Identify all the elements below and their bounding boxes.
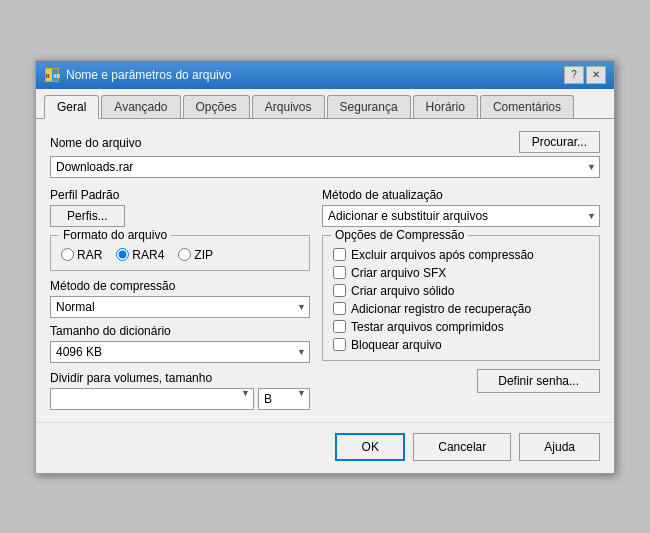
title-text: Nome e parâmetros do arquivo: [66, 68, 231, 82]
check-bloquear[interactable]: Bloquear arquivo: [333, 338, 589, 352]
metodo-compressao-label: Método de compressão: [50, 279, 175, 293]
check-sfx-input[interactable]: [333, 266, 346, 279]
radio-rar-input[interactable]: [61, 248, 74, 261]
radio-rar4-label: RAR4: [132, 248, 164, 262]
definir-senha-button[interactable]: Definir senha...: [477, 369, 600, 393]
check-bloquear-label: Bloquear arquivo: [351, 338, 442, 352]
title-bar-left: R AR Nome e parâmetros do arquivo: [44, 67, 231, 83]
procurar-button[interactable]: Procurar...: [519, 131, 600, 153]
tab-bar: Geral Avançado Opções Arquivos Segurança…: [36, 89, 614, 119]
check-sfx[interactable]: Criar arquivo SFX: [333, 266, 589, 280]
tamanho-dicionario-row: Tamanho do dicionário 128 KB 256 KB 512 …: [50, 324, 310, 363]
check-excluir-label: Excluir arquivos após compressão: [351, 248, 534, 262]
left-col: Formato do arquivo RAR RAR4 ZIP: [50, 235, 310, 410]
volume-value-select[interactable]: [50, 388, 254, 410]
formato-radio-group: RAR RAR4 ZIP: [61, 248, 299, 262]
cancelar-button[interactable]: Cancelar: [413, 433, 511, 461]
check-testar-input[interactable]: [333, 320, 346, 333]
definir-senha-area: Definir senha...: [322, 369, 600, 393]
metodo-atualizacao-col: Método de atualização Adicionar e substi…: [322, 188, 600, 227]
dividir-volumes-label: Dividir para volumes, tamanho: [50, 371, 212, 385]
rar-icon: R AR: [44, 67, 60, 83]
check-recuperacao[interactable]: Adicionar registro de recuperação: [333, 302, 589, 316]
check-sfx-label: Criar arquivo SFX: [351, 266, 446, 280]
svg-text:R: R: [46, 73, 50, 79]
tamanho-dicionario-select[interactable]: 128 KB 256 KB 512 KB 1024 KB 2048 KB 409…: [50, 341, 310, 363]
footer: OK Cancelar Ajuda: [36, 422, 614, 473]
close-button[interactable]: ✕: [586, 66, 606, 84]
opcoes-compressao-group: Opções de Compressão Excluir arquivos ap…: [322, 235, 600, 361]
metodo-atualizacao-select[interactable]: Adicionar e substituir arquivos Adiciona…: [322, 205, 600, 227]
ajuda-button[interactable]: Ajuda: [519, 433, 600, 461]
metodo-compressao-wrapper: Armazenar Mais rápido Rápido Normal Bom …: [50, 296, 310, 318]
tab-geral[interactable]: Geral: [44, 95, 99, 119]
filename-label: Nome do arquivo: [50, 136, 141, 150]
formato-arquivo-group: Formato do arquivo RAR RAR4 ZIP: [50, 235, 310, 271]
svg-text:AR: AR: [53, 73, 60, 79]
metodo-compressao-row: Método de compressão Armazenar Mais rápi…: [50, 279, 310, 318]
tab-opcoes[interactable]: Opções: [183, 95, 250, 118]
radio-zip[interactable]: ZIP: [178, 248, 213, 262]
right-col: Opções de Compressão Excluir arquivos ap…: [322, 235, 600, 410]
opcoes-compressao-title: Opções de Compressão: [331, 228, 468, 242]
tab-seguranca[interactable]: Segurança: [327, 95, 411, 118]
check-excluir-input[interactable]: [333, 248, 346, 261]
radio-zip-input[interactable]: [178, 248, 191, 261]
radio-rar4-input[interactable]: [116, 248, 129, 261]
filename-wrapper: Downloads.rar ▼: [50, 156, 600, 178]
tamanho-dicionario-label: Tamanho do dicionário: [50, 324, 171, 338]
ok-button[interactable]: OK: [335, 433, 405, 461]
check-bloquear-input[interactable]: [333, 338, 346, 351]
volume-unit-wrapper: B KB MB GB ▼: [258, 388, 310, 410]
tab-arquivos[interactable]: Arquivos: [252, 95, 325, 118]
tab-comentarios[interactable]: Comentários: [480, 95, 574, 118]
perfil-label: Perfil Padrão: [50, 188, 119, 202]
metodo-atualizacao-label: Método de atualização: [322, 188, 443, 202]
title-bar: R AR Nome e parâmetros do arquivo ? ✕: [36, 61, 614, 89]
formato-arquivo-title: Formato do arquivo: [59, 228, 171, 242]
radio-rar4[interactable]: RAR4: [116, 248, 164, 262]
perfil-col: Perfil Padrão Perfis...: [50, 188, 310, 227]
check-solido-input[interactable]: [333, 284, 346, 297]
check-testar[interactable]: Testar arquivos comprimidos: [333, 320, 589, 334]
formato-opcoes-row: Formato do arquivo RAR RAR4 ZIP: [50, 235, 600, 410]
checkbox-group: Excluir arquivos após compressão Criar a…: [333, 248, 589, 352]
check-excluir[interactable]: Excluir arquivos após compressão: [333, 248, 589, 262]
perfis-button[interactable]: Perfis...: [50, 205, 125, 227]
filename-select[interactable]: Downloads.rar: [50, 156, 600, 178]
check-recuperacao-input[interactable]: [333, 302, 346, 315]
tab-avancado[interactable]: Avançado: [101, 95, 180, 118]
check-testar-label: Testar arquivos comprimidos: [351, 320, 504, 334]
metodo-atualizacao-wrapper: Adicionar e substituir arquivos Adiciona…: [322, 205, 600, 227]
radio-rar[interactable]: RAR: [61, 248, 102, 262]
title-bar-right: ? ✕: [564, 66, 606, 84]
radio-zip-label: ZIP: [194, 248, 213, 262]
dividir-volumes-row: Dividir para volumes, tamanho ▼ B KB: [50, 371, 310, 410]
volume-controls: ▼ B KB MB GB ▼: [50, 388, 310, 410]
tamanho-dicionario-wrapper: 128 KB 256 KB 512 KB 1024 KB 2048 KB 409…: [50, 341, 310, 363]
radio-rar-label: RAR: [77, 248, 102, 262]
check-recuperacao-label: Adicionar registro de recuperação: [351, 302, 531, 316]
tab-horario[interactable]: Horário: [413, 95, 478, 118]
content-area: Nome do arquivo Procurar... Downloads.ra…: [36, 119, 614, 422]
metodo-compressao-select[interactable]: Armazenar Mais rápido Rápido Normal Bom …: [50, 296, 310, 318]
perfil-metodo-row: Perfil Padrão Perfis... Método de atuali…: [50, 188, 600, 227]
help-button[interactable]: ?: [564, 66, 584, 84]
volume-value-wrapper: ▼: [50, 388, 254, 410]
check-solido-label: Criar arquivo sólido: [351, 284, 454, 298]
check-solido[interactable]: Criar arquivo sólido: [333, 284, 589, 298]
dialog-window: R AR Nome e parâmetros do arquivo ? ✕ Ge…: [35, 60, 615, 474]
volume-unit-select[interactable]: B KB MB GB: [258, 388, 310, 410]
